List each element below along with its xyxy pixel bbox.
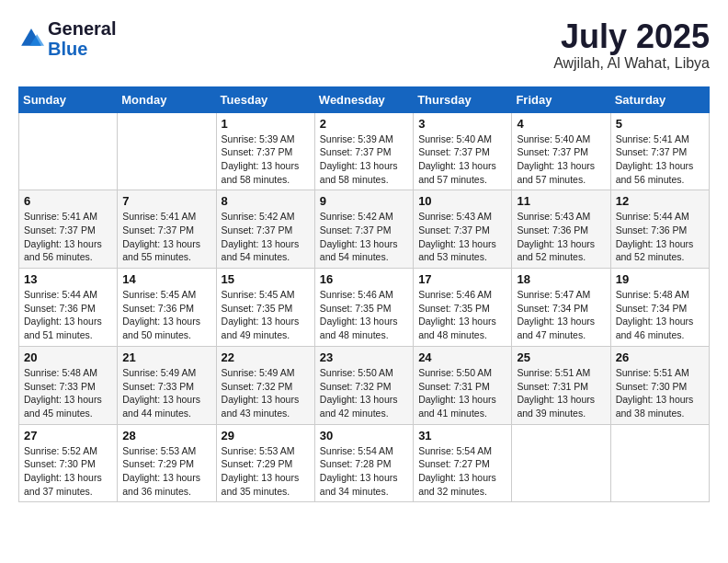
day-detail: Sunrise: 5:50 AM Sunset: 7:32 PM Dayligh… [320, 366, 408, 420]
day-number: 23 [320, 350, 408, 364]
day-cell: 10Sunrise: 5:43 AM Sunset: 7:37 PM Dayli… [414, 190, 512, 269]
logo: General Blue [18, 18, 116, 59]
day-cell: 23Sunrise: 5:50 AM Sunset: 7:32 PM Dayli… [314, 346, 413, 424]
day-number: 20 [24, 350, 112, 364]
week-row-3: 13Sunrise: 5:44 AM Sunset: 7:36 PM Dayli… [19, 269, 710, 347]
day-number: 31 [418, 429, 506, 442]
day-number: 29 [222, 429, 310, 442]
month-title: July 2025 [553, 18, 710, 55]
day-detail: Sunrise: 5:52 AM Sunset: 7:30 PM Dayligh… [24, 444, 112, 499]
day-detail: Sunrise: 5:41 AM Sunset: 7:37 PM Dayligh… [616, 132, 704, 187]
title-block: July 2025 Awjilah, Al Wahat, Libya [553, 18, 710, 72]
day-cell: 19Sunrise: 5:48 AM Sunset: 7:34 PM Dayli… [610, 269, 709, 347]
day-number: 8 [222, 194, 310, 208]
week-row-4: 20Sunrise: 5:48 AM Sunset: 7:33 PM Dayli… [19, 346, 710, 424]
day-cell: 16Sunrise: 5:46 AM Sunset: 7:35 PM Dayli… [314, 269, 413, 347]
day-detail: Sunrise: 5:40 AM Sunset: 7:37 PM Dayligh… [418, 132, 506, 187]
day-number: 17 [418, 272, 506, 286]
day-cell: 8Sunrise: 5:42 AM Sunset: 7:37 PM Daylig… [216, 190, 314, 269]
day-detail: Sunrise: 5:43 AM Sunset: 7:36 PM Dayligh… [517, 210, 605, 264]
day-detail: Sunrise: 5:43 AM Sunset: 7:37 PM Dayligh… [418, 210, 506, 264]
day-cell: 13Sunrise: 5:44 AM Sunset: 7:36 PM Dayli… [19, 269, 118, 347]
day-cell: 2Sunrise: 5:39 AM Sunset: 7:37 PM Daylig… [314, 112, 413, 190]
day-number: 12 [616, 194, 704, 208]
day-detail: Sunrise: 5:46 AM Sunset: 7:35 PM Dayligh… [418, 288, 506, 342]
day-cell: 5Sunrise: 5:41 AM Sunset: 7:37 PM Daylig… [610, 112, 709, 190]
day-number: 3 [418, 117, 506, 131]
weekday-header-monday: Monday [118, 86, 216, 112]
day-detail: Sunrise: 5:42 AM Sunset: 7:37 PM Dayligh… [320, 210, 408, 264]
day-detail: Sunrise: 5:45 AM Sunset: 7:36 PM Dayligh… [122, 288, 210, 342]
day-detail: Sunrise: 5:49 AM Sunset: 7:33 PM Dayligh… [122, 366, 210, 420]
day-detail: Sunrise: 5:41 AM Sunset: 7:37 PM Dayligh… [122, 210, 210, 264]
day-cell [19, 112, 118, 190]
day-detail: Sunrise: 5:44 AM Sunset: 7:36 PM Dayligh… [24, 288, 112, 342]
day-detail: Sunrise: 5:39 AM Sunset: 7:37 PM Dayligh… [320, 132, 408, 187]
day-detail: Sunrise: 5:48 AM Sunset: 7:34 PM Dayligh… [616, 288, 704, 342]
day-number: 6 [24, 194, 112, 208]
day-number: 7 [122, 194, 210, 208]
day-detail: Sunrise: 5:51 AM Sunset: 7:30 PM Dayligh… [616, 366, 704, 420]
page-header: General Blue July 2025 Awjilah, Al Wahat… [18, 18, 710, 72]
day-detail: Sunrise: 5:42 AM Sunset: 7:37 PM Dayligh… [222, 210, 310, 264]
day-number: 11 [517, 194, 605, 208]
day-cell: 29Sunrise: 5:53 AM Sunset: 7:29 PM Dayli… [216, 424, 314, 502]
day-number: 27 [24, 429, 112, 442]
day-cell: 9Sunrise: 5:42 AM Sunset: 7:37 PM Daylig… [314, 190, 413, 269]
day-cell: 28Sunrise: 5:53 AM Sunset: 7:29 PM Dayli… [118, 424, 216, 502]
day-cell: 14Sunrise: 5:45 AM Sunset: 7:36 PM Dayli… [118, 269, 216, 347]
day-detail: Sunrise: 5:41 AM Sunset: 7:37 PM Dayligh… [24, 210, 112, 264]
day-cell: 24Sunrise: 5:50 AM Sunset: 7:31 PM Dayli… [414, 346, 512, 424]
day-detail: Sunrise: 5:54 AM Sunset: 7:28 PM Dayligh… [320, 444, 408, 499]
day-number: 14 [122, 272, 210, 286]
day-detail: Sunrise: 5:48 AM Sunset: 7:33 PM Dayligh… [24, 366, 112, 420]
day-detail: Sunrise: 5:53 AM Sunset: 7:29 PM Dayligh… [122, 444, 210, 499]
day-number: 18 [517, 272, 605, 286]
logo-general: General [48, 18, 116, 39]
day-cell: 3Sunrise: 5:40 AM Sunset: 7:37 PM Daylig… [414, 112, 512, 190]
day-detail: Sunrise: 5:54 AM Sunset: 7:27 PM Dayligh… [418, 444, 506, 499]
day-cell [610, 424, 709, 502]
calendar-header: SundayMondayTuesdayWednesdayThursdayFrid… [19, 86, 710, 112]
week-row-1: 1Sunrise: 5:39 AM Sunset: 7:37 PM Daylig… [19, 112, 710, 190]
day-detail: Sunrise: 5:51 AM Sunset: 7:31 PM Dayligh… [517, 366, 605, 420]
day-cell: 30Sunrise: 5:54 AM Sunset: 7:28 PM Dayli… [314, 424, 413, 502]
day-number: 25 [517, 350, 605, 364]
weekday-header-wednesday: Wednesday [314, 86, 413, 112]
day-number: 13 [24, 272, 112, 286]
day-cell: 7Sunrise: 5:41 AM Sunset: 7:37 PM Daylig… [118, 190, 216, 269]
logo-blue: Blue [48, 39, 87, 59]
day-detail: Sunrise: 5:50 AM Sunset: 7:31 PM Dayligh… [418, 366, 506, 420]
logo-text: General Blue [48, 18, 116, 59]
day-number: 28 [122, 429, 210, 442]
day-number: 16 [320, 272, 408, 286]
day-number: 10 [418, 194, 506, 208]
day-cell: 20Sunrise: 5:48 AM Sunset: 7:33 PM Dayli… [19, 346, 118, 424]
day-detail: Sunrise: 5:39 AM Sunset: 7:37 PM Dayligh… [222, 132, 310, 187]
day-number: 4 [517, 117, 605, 131]
day-number: 30 [320, 429, 408, 442]
day-detail: Sunrise: 5:40 AM Sunset: 7:37 PM Dayligh… [517, 132, 605, 187]
weekday-header-sunday: Sunday [19, 86, 118, 112]
day-cell: 6Sunrise: 5:41 AM Sunset: 7:37 PM Daylig… [19, 190, 118, 269]
logo-icon [18, 26, 44, 52]
weekday-header-thursday: Thursday [414, 86, 512, 112]
day-number: 9 [320, 194, 408, 208]
day-cell: 15Sunrise: 5:45 AM Sunset: 7:35 PM Dayli… [216, 269, 314, 347]
day-cell: 26Sunrise: 5:51 AM Sunset: 7:30 PM Dayli… [610, 346, 709, 424]
weekday-row: SundayMondayTuesdayWednesdayThursdayFrid… [19, 86, 710, 112]
location: Awjilah, Al Wahat, Libya [553, 55, 710, 72]
weekday-header-friday: Friday [512, 86, 610, 112]
day-cell: 18Sunrise: 5:47 AM Sunset: 7:34 PM Dayli… [512, 269, 610, 347]
day-detail: Sunrise: 5:47 AM Sunset: 7:34 PM Dayligh… [517, 288, 605, 342]
day-detail: Sunrise: 5:44 AM Sunset: 7:36 PM Dayligh… [616, 210, 704, 264]
weekday-header-saturday: Saturday [610, 86, 709, 112]
day-cell: 22Sunrise: 5:49 AM Sunset: 7:32 PM Dayli… [216, 346, 314, 424]
day-detail: Sunrise: 5:46 AM Sunset: 7:35 PM Dayligh… [320, 288, 408, 342]
day-cell [512, 424, 610, 502]
day-number: 26 [616, 350, 704, 364]
day-cell: 11Sunrise: 5:43 AM Sunset: 7:36 PM Dayli… [512, 190, 610, 269]
day-number: 21 [122, 350, 210, 364]
day-number: 22 [222, 350, 310, 364]
day-cell: 17Sunrise: 5:46 AM Sunset: 7:35 PM Dayli… [414, 269, 512, 347]
